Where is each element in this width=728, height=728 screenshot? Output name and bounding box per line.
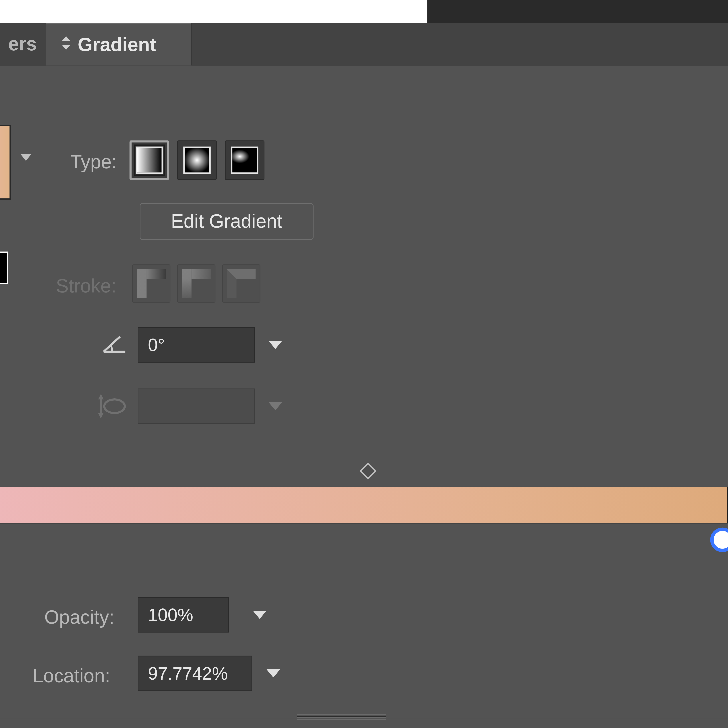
edit-gradient-button[interactable]: Edit Gradient xyxy=(140,203,314,240)
chevron-down-icon xyxy=(269,341,282,349)
angle-input[interactable]: 0° xyxy=(138,327,255,363)
stroke-across-button xyxy=(222,265,260,303)
angle-dropdown-button[interactable] xyxy=(258,327,293,363)
stroke-across-icon xyxy=(227,269,255,298)
tab-gradient[interactable]: Gradient xyxy=(46,23,191,65)
gradient-midpoint-handle[interactable] xyxy=(359,462,377,480)
aspect-ratio-input xyxy=(138,388,255,424)
location-input[interactable]: 97.7742% xyxy=(138,656,252,691)
stroke-within-icon xyxy=(137,269,166,298)
chevron-down-icon xyxy=(269,402,282,410)
type-label: Type: xyxy=(70,151,117,173)
freeform-gradient-icon xyxy=(231,147,258,174)
tab-gradient-label: Gradient xyxy=(78,34,156,55)
stroke-type-group xyxy=(132,265,260,303)
canvas-edge-white xyxy=(0,0,427,23)
stroke-label: Stroke: xyxy=(56,275,116,297)
svg-marker-0 xyxy=(62,36,70,41)
canvas-edge-dark xyxy=(427,0,728,23)
chevron-down-icon xyxy=(253,611,266,619)
svg-point-2 xyxy=(104,399,125,413)
opacity-dropdown-button[interactable] xyxy=(242,597,277,633)
svg-marker-4 xyxy=(98,394,104,399)
location-label: Location: xyxy=(33,665,110,687)
preview-dropdown-icon[interactable] xyxy=(20,154,31,161)
type-linear-button[interactable] xyxy=(130,140,169,180)
gradient-panel: ers Gradient Type: Edit Gradient Stroke: xyxy=(0,23,728,718)
gradient-preview-swatch[interactable] xyxy=(0,125,11,200)
type-freeform-button[interactable] xyxy=(225,140,265,180)
stroke-along-icon xyxy=(182,269,211,298)
fill-stroke-thumbnail[interactable] xyxy=(0,252,8,284)
gradient-ramp[interactable] xyxy=(0,487,728,523)
angle-icon xyxy=(101,333,128,355)
linear-gradient-icon xyxy=(136,147,163,174)
tab-other-partial[interactable]: ers xyxy=(0,23,52,65)
panel-tabbar: ers Gradient xyxy=(0,23,728,65)
gradient-ramp-bar[interactable] xyxy=(0,487,728,523)
gradient-type-group xyxy=(130,140,265,180)
tab-sort-icon xyxy=(61,24,71,66)
gradient-stop-handle-selected[interactable] xyxy=(710,528,728,552)
opacity-label: Opacity: xyxy=(44,607,114,629)
location-dropdown-button[interactable] xyxy=(255,656,291,691)
aspect-ratio-icon xyxy=(98,391,128,424)
chevron-down-icon xyxy=(266,669,280,678)
opacity-input[interactable]: 100% xyxy=(138,597,229,633)
stroke-within-button xyxy=(132,265,171,303)
svg-marker-1 xyxy=(62,45,70,50)
stroke-along-button xyxy=(177,265,216,303)
type-radial-button[interactable] xyxy=(177,140,217,180)
svg-marker-5 xyxy=(98,413,104,418)
radial-gradient-icon xyxy=(183,147,211,174)
panel-resize-gripper[interactable] xyxy=(297,714,386,720)
aspect-dropdown-button xyxy=(258,388,293,424)
